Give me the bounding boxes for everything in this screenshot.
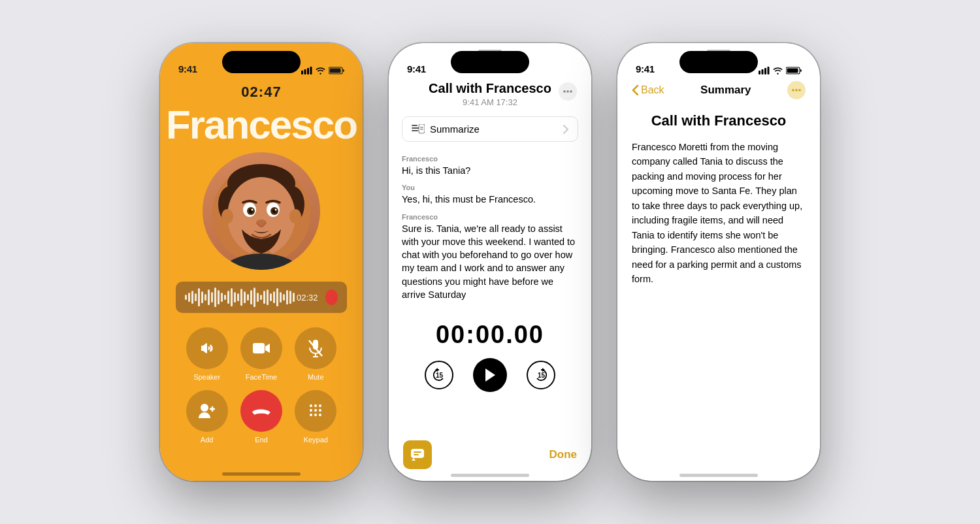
svg-rect-46 xyxy=(559,69,570,73)
wifi-icon xyxy=(316,67,325,74)
summary-nav-title: Summary xyxy=(700,84,751,97)
transcript-footer: Done xyxy=(389,440,591,469)
svg-point-23 xyxy=(289,209,301,223)
svg-rect-24 xyxy=(253,343,265,353)
message-1: You Yes, hi, this must be Francesco. xyxy=(402,184,578,206)
more-options-button[interactable] xyxy=(559,82,577,101)
end-call-icon xyxy=(251,406,272,416)
status-icons-1 xyxy=(301,67,344,74)
svg-text:15: 15 xyxy=(538,372,546,379)
svg-point-67 xyxy=(792,89,794,91)
call-buttons-row1: Speaker FaceTime xyxy=(160,327,363,381)
svg-rect-0 xyxy=(301,71,303,74)
svg-rect-52 xyxy=(412,130,418,131)
svg-point-68 xyxy=(795,89,798,91)
play-icon xyxy=(484,368,496,382)
svg-rect-50 xyxy=(412,125,417,126)
svg-rect-5 xyxy=(330,69,341,73)
transcript-title: Call with Francesco xyxy=(402,81,578,96)
svg-point-33 xyxy=(314,404,317,407)
ellipsis-icon xyxy=(563,90,572,93)
svg-rect-55 xyxy=(420,129,423,130)
back-label: Back xyxy=(641,84,664,96)
wifi-icon-3 xyxy=(773,67,783,74)
speaker-0: Francesco xyxy=(402,155,578,163)
record-indicator xyxy=(325,289,338,305)
svg-point-40 xyxy=(319,414,321,416)
signal-icon-3 xyxy=(759,67,770,74)
playback-section: 00:00.00 15 xyxy=(389,312,591,392)
home-indicator-3 xyxy=(679,474,758,477)
svg-rect-1 xyxy=(304,69,306,74)
phone-active-call: 9:41 02:47 Francesco xyxy=(160,43,363,481)
svg-rect-51 xyxy=(412,127,419,129)
summarize-label: Summarize xyxy=(430,123,480,135)
svg-rect-59 xyxy=(414,451,421,453)
playback-controls: 15 15 xyxy=(389,358,591,392)
svg-point-69 xyxy=(798,89,801,91)
svg-rect-42 xyxy=(533,69,535,74)
mute-button[interactable]: Mute xyxy=(295,327,336,381)
waveform-visual xyxy=(185,287,295,307)
add-label: Add xyxy=(201,436,214,444)
caller-name: Francesco xyxy=(160,103,363,146)
chat-icon xyxy=(410,448,425,461)
facetime-button[interactable]: FaceTime xyxy=(240,327,282,381)
svg-point-39 xyxy=(314,414,317,416)
svg-rect-63 xyxy=(764,68,766,74)
back-button[interactable]: Back xyxy=(632,84,664,96)
status-icons-3 xyxy=(759,67,802,74)
svg-point-35 xyxy=(310,409,312,412)
transcript-chat-button[interactable] xyxy=(403,440,432,469)
signal-icon xyxy=(301,67,312,74)
svg-rect-41 xyxy=(530,71,532,74)
transcript-body: Francesco Hi, is this Tania? You Yes, hi… xyxy=(389,142,591,312)
speaker-button[interactable]: Speaker xyxy=(186,327,228,381)
summarize-icon xyxy=(412,124,425,135)
phone-transcript: 9:41 Call with Francesco 9:41 AM 17:32 xyxy=(389,43,591,481)
speaker-2: Francesco xyxy=(402,213,578,221)
forward-button[interactable]: 15 xyxy=(527,361,555,389)
svg-point-49 xyxy=(570,90,572,93)
home-indicator-2 xyxy=(451,474,529,477)
speaker-label: Speaker xyxy=(193,373,220,381)
phone-summary: 9:41 Back Summary xyxy=(617,43,820,481)
home-indicator xyxy=(222,472,301,476)
status-time-1: 9:41 xyxy=(178,63,197,74)
status-time-2: 9:41 xyxy=(407,63,426,74)
svg-point-12 xyxy=(222,254,301,270)
add-button[interactable]: Add xyxy=(186,390,228,444)
recording-time: 02:32 xyxy=(297,293,318,303)
svg-rect-66 xyxy=(787,69,798,73)
forward-icon: 15 xyxy=(533,367,549,383)
summary-text: Francesco Moretti from the moving compan… xyxy=(632,140,806,287)
svg-point-34 xyxy=(319,404,321,407)
status-icons-2 xyxy=(530,67,573,74)
svg-point-19 xyxy=(252,209,253,211)
summary-call-title: Call with Francesco xyxy=(632,112,806,129)
more-options-summary-button[interactable] xyxy=(787,81,806,99)
svg-rect-2 xyxy=(307,68,309,74)
svg-rect-64 xyxy=(768,67,770,74)
end-button[interactable]: End xyxy=(240,390,282,444)
svg-rect-43 xyxy=(536,68,538,74)
speaker-1: You xyxy=(402,184,578,191)
keypad-button[interactable]: Keypad xyxy=(295,390,336,444)
rewind-icon: 15 xyxy=(431,367,447,383)
rewind-button[interactable]: 15 xyxy=(425,361,453,389)
summarize-button[interactable]: Summarize xyxy=(402,116,578,142)
wifi-icon-2 xyxy=(544,67,554,74)
call-buttons-row2: Add End xyxy=(160,390,363,444)
play-button[interactable] xyxy=(473,358,507,392)
speaker-icon xyxy=(199,340,216,357)
facetime-label: FaceTime xyxy=(246,373,278,381)
ellipsis-icon-3 xyxy=(792,89,801,91)
done-button[interactable]: Done xyxy=(549,448,578,461)
memoji-svg xyxy=(203,152,320,270)
chevron-left-icon xyxy=(632,85,638,95)
dynamic-island-3 xyxy=(679,51,758,73)
svg-rect-54 xyxy=(420,127,423,128)
svg-point-47 xyxy=(563,90,566,93)
playback-time: 00:00.00 xyxy=(389,321,591,349)
dynamic-island xyxy=(222,51,301,73)
